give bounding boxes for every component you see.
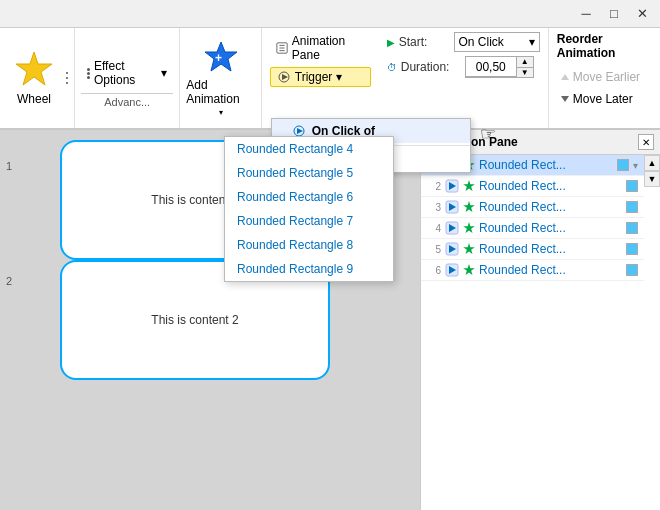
- start-select[interactable]: On Click ▾: [454, 32, 540, 52]
- anim-num-2: 2: [427, 181, 441, 192]
- submenu-rounded-rect-9[interactable]: Rounded Rectangle 9: [225, 257, 393, 281]
- animation-list: 1 Rounded Rect... ▾ 2: [421, 155, 644, 510]
- start-arrow: ▾: [529, 35, 535, 49]
- animation-item-4[interactable]: 4 Rounded Rect...: [421, 218, 644, 239]
- duration-increment[interactable]: ▲: [517, 57, 533, 67]
- anim-label-2: Rounded Rect...: [479, 179, 622, 193]
- anim-num-4: 4: [427, 223, 441, 234]
- duration-value[interactable]: 00,50: [466, 58, 516, 77]
- anim-num-6: 6: [427, 265, 441, 276]
- anim-num-3: 3: [427, 202, 441, 213]
- minimize-button[interactable]: ─: [572, 0, 600, 28]
- wheel-label: Wheel: [17, 92, 51, 106]
- anim-label-6: Rounded Rect...: [479, 263, 622, 277]
- anim-play-icon-6: [445, 263, 459, 277]
- slide-2-number: 2: [6, 275, 12, 287]
- effect-options-arrow: ▾: [161, 66, 167, 80]
- advanced-label: Advanc...: [81, 93, 173, 108]
- ribbon-section-effect: Effect Options ▾ Advanc...: [75, 28, 180, 128]
- move-earlier-label: Move Earlier: [573, 70, 640, 84]
- add-animation-arrow: ▾: [219, 108, 223, 117]
- wheel-icon: [14, 50, 54, 90]
- maximize-button[interactable]: □: [600, 0, 628, 28]
- animation-pane-label: Animation Pane: [292, 34, 365, 62]
- anim-star-icon-6: [463, 264, 475, 276]
- animation-item-5[interactable]: 5 Rounded Rect...: [421, 239, 644, 260]
- duration-spinner: 00,50 ▲ ▼: [465, 56, 534, 78]
- slide-2-content: This is content 2: [151, 313, 238, 327]
- scroll-down-button[interactable]: ▼: [644, 171, 660, 187]
- svg-text:+: +: [215, 51, 222, 65]
- pane-collapse-button[interactable]: ✕: [638, 134, 654, 150]
- animation-item-2[interactable]: 2 Rounded Rect...: [421, 176, 644, 197]
- anim-label-5: Rounded Rect...: [479, 242, 622, 256]
- anim-color-5: [626, 243, 638, 255]
- wheel-button[interactable]: Wheel: [6, 46, 62, 110]
- anim-color-1: [617, 159, 629, 171]
- svg-marker-10: [297, 128, 303, 134]
- start-label: Start:: [399, 35, 450, 49]
- scroll-up-button[interactable]: ▲: [644, 155, 660, 171]
- animation-scroll-buttons: ▲ ▼: [644, 155, 660, 510]
- add-animation-button[interactable]: + Add Animation ▾: [186, 40, 255, 117]
- submenu-rounded-rect-8[interactable]: Rounded Rectangle 8: [225, 233, 393, 257]
- duration-row: ⏱ Duration: 00,50 ▲ ▼: [387, 56, 540, 78]
- duration-label: Duration:: [401, 60, 461, 74]
- submenu-rounded-rect-4[interactable]: Rounded Rectangle 4: [225, 137, 393, 161]
- close-button[interactable]: ✕: [628, 0, 656, 28]
- anim-star-icon-2: [463, 180, 475, 192]
- reorder-title: Reorder Animation: [557, 32, 652, 60]
- animation-item-3[interactable]: 3 Rounded Rect...: [421, 197, 644, 218]
- move-later-label: Move Later: [573, 92, 633, 106]
- animation-pane-body: 1 Rounded Rect... ▾ 2: [421, 155, 660, 510]
- start-value: On Click: [459, 35, 504, 49]
- add-animation-label: Add Animation: [186, 78, 255, 106]
- move-earlier-button[interactable]: Move Earlier: [557, 68, 652, 86]
- anim-color-3: [626, 201, 638, 213]
- animation-pane: Animation Pane ✕ 1 Rounded Rect... ▾: [420, 130, 660, 510]
- animation-pane-button[interactable]: Animation Pane: [270, 32, 371, 64]
- anim-num-5: 5: [427, 244, 441, 255]
- submenu-rounded-rect-6[interactable]: Rounded Rectangle 6: [225, 185, 393, 209]
- trigger-button[interactable]: Trigger ▾ On Click of On Bo: [270, 67, 371, 87]
- slide-1-number: 1: [6, 160, 12, 172]
- animation-item-6[interactable]: 6 Rounded Rect...: [421, 260, 644, 281]
- on-click-of-submenu: Rounded Rectangle 4 Rounded Rectangle 5 …: [224, 136, 394, 282]
- ribbon-section-start-duration: ▶ Start: On Click ▾ ⏱ Duration: 00,50 ▲ …: [379, 28, 549, 128]
- move-earlier-icon: [561, 74, 569, 80]
- anim-play-icon-5: [445, 242, 459, 256]
- start-play-icon: ▶: [387, 37, 395, 48]
- ribbon-section-reorder: Reorder Animation Move Earlier Move Late…: [549, 28, 660, 128]
- move-later-button[interactable]: Move Later: [557, 90, 652, 108]
- anim-color-6: [626, 264, 638, 276]
- anim-play-icon-2: [445, 179, 459, 193]
- duration-decrement[interactable]: ▼: [517, 67, 533, 77]
- anim-color-2: [626, 180, 638, 192]
- anim-star-icon-4: [463, 222, 475, 234]
- anim-play-icon-3: [445, 200, 459, 214]
- duration-clock-icon: ⏱: [387, 62, 397, 73]
- titlebar: ─ □ ✕: [0, 0, 660, 28]
- animation-pane-icon: [276, 41, 288, 55]
- submenu-rounded-rect-7[interactable]: Rounded Rectangle 7: [225, 209, 393, 233]
- effect-options-label: Effect Options: [94, 59, 157, 87]
- svg-marker-8: [282, 74, 288, 80]
- start-row: ▶ Start: On Click ▾: [387, 32, 540, 52]
- trigger-arrow: ▾: [336, 70, 342, 84]
- anim-color-4: [626, 222, 638, 234]
- pane-controls: ✕: [638, 134, 654, 150]
- anim-play-icon-4: [445, 221, 459, 235]
- anim-item-1-dropdown[interactable]: ▾: [633, 160, 638, 171]
- submenu-rounded-rect-5[interactable]: Rounded Rectangle 5: [225, 161, 393, 185]
- anim-star-icon-5: [463, 243, 475, 255]
- anim-label-4: Rounded Rect...: [479, 221, 622, 235]
- anim-label-1: Rounded Rect...: [479, 158, 613, 172]
- effect-options-button[interactable]: Effect Options ▾: [81, 57, 173, 89]
- trigger-icon: [277, 70, 291, 84]
- anim-star-icon-3: [463, 201, 475, 213]
- ribbon: Wheel Effect Options ▾ Advanc...: [0, 28, 660, 130]
- trigger-label: Trigger: [295, 70, 333, 84]
- ribbon-section-add-animation: + Add Animation ▾: [180, 28, 262, 128]
- add-animation-icon: +: [203, 40, 239, 76]
- svg-marker-0: [16, 52, 52, 85]
